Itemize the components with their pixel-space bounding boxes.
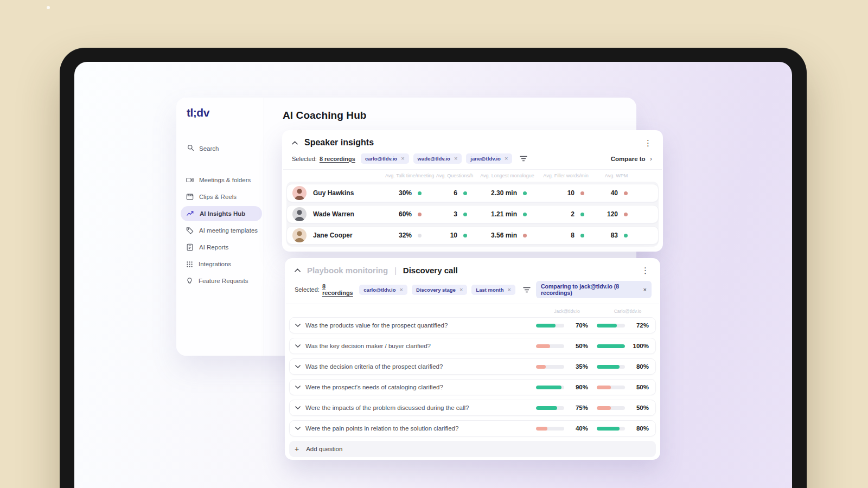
carlo-result: 80% xyxy=(597,363,649,370)
question-row[interactable]: Was the products value for the prospect … xyxy=(289,317,656,333)
metric-status-dot xyxy=(523,234,527,237)
chevron-down-icon[interactable] xyxy=(295,365,301,368)
question-row[interactable]: Were the impacts of the problem discusse… xyxy=(289,400,656,416)
metric-cell: 32% xyxy=(386,232,432,239)
filter-chip[interactable]: Discovery stage × xyxy=(412,285,467,295)
remove-chip-icon[interactable]: × xyxy=(508,287,511,293)
percent-value: 72% xyxy=(625,322,649,329)
percent-value: 80% xyxy=(625,363,649,370)
jack-result: 35% xyxy=(536,363,588,370)
progress-bar xyxy=(597,427,625,431)
progress-bar xyxy=(536,344,564,348)
progress-bar xyxy=(536,406,564,410)
remove-chip-icon[interactable]: × xyxy=(401,156,404,162)
background-speck xyxy=(47,6,50,9)
percent-value: 50% xyxy=(564,343,588,349)
metric-status-dot xyxy=(624,213,628,216)
sidebar-item-clips-reels[interactable]: Clips & Reels xyxy=(181,189,262,204)
speaker-row[interactable]: Wade Warren 60% 3 1.21 min 2 120 xyxy=(286,205,659,223)
close-icon[interactable]: × xyxy=(643,287,647,293)
sidebar-nav: Meetings & folders Clips & Reels AI Insi… xyxy=(181,172,262,288)
column-header: Avg. Talk time/meeting xyxy=(385,173,432,178)
filter-chip[interactable]: wade@tldv.io × xyxy=(413,153,462,164)
sidebar-item-ai-meeting-templates[interactable]: AI meeting templates xyxy=(181,223,262,238)
sidebar-item-feature-requests[interactable]: Feature Requests xyxy=(181,273,262,288)
speaker-row[interactable]: Guy Hawkins 30% 6 2.30 min 10 40 xyxy=(286,184,659,202)
search-button[interactable]: Search xyxy=(187,144,219,152)
remove-chip-icon[interactable]: × xyxy=(505,156,508,162)
column-header: Avg. Filler words/min xyxy=(537,173,595,178)
metric-status-dot xyxy=(624,234,628,237)
chevron-down-icon[interactable] xyxy=(295,344,301,348)
collapse-icon[interactable] xyxy=(295,268,301,272)
compare-to-button[interactable]: Compare to › xyxy=(611,155,654,163)
laptop-screen: tl;dv Search Meetings & folders Clips & … xyxy=(74,62,792,488)
sidebar-item-meetings-folders[interactable]: Meetings & folders xyxy=(181,172,262,188)
metric-cell: 60% xyxy=(386,210,432,218)
plus-icon: + xyxy=(295,445,299,453)
comparison-column-labels: Jack@tldv.io Carlo@tldv.io xyxy=(285,304,660,315)
metric-cell: 8 xyxy=(538,232,595,239)
percent-value: 50% xyxy=(625,404,649,411)
question-list: Was the products value for the prospect … xyxy=(289,317,656,436)
question-text: Was the decision criteria of the prospec… xyxy=(305,363,536,370)
chevron-down-icon[interactable] xyxy=(295,427,301,430)
kebab-menu-icon[interactable]: ⋮ xyxy=(639,266,652,274)
add-question-button[interactable]: + Add question xyxy=(289,441,656,457)
collapse-icon[interactable] xyxy=(292,141,298,145)
jack-result: 40% xyxy=(536,425,588,432)
filter-icon[interactable] xyxy=(523,287,531,293)
metric-cell: 2 xyxy=(538,210,595,218)
metric-status-dot xyxy=(463,234,467,237)
chevron-down-icon[interactable] xyxy=(295,406,301,409)
metric-cell: 2.30 min xyxy=(478,189,538,197)
metric-cell: 40 xyxy=(595,189,639,197)
title-separator: | xyxy=(394,266,397,275)
percent-value: 35% xyxy=(564,363,588,370)
filter-chip[interactable]: jane@tldv.io × xyxy=(466,153,512,164)
metric-value: 2 xyxy=(571,210,575,218)
question-row[interactable]: Were the prospect's needs of cataloging … xyxy=(289,379,656,395)
metric-cell: 1.21 min xyxy=(478,210,538,218)
column-label: Carlo@tldv.io xyxy=(602,309,654,314)
chevron-down-icon[interactable] xyxy=(295,324,301,327)
tldv-logo: tl;dv xyxy=(187,106,209,119)
question-row[interactable]: Was the decision criteria of the prospec… xyxy=(289,358,656,375)
kebab-menu-icon[interactable]: ⋮ xyxy=(642,139,654,147)
column-header: Avg. Questions/h xyxy=(432,173,477,178)
speaker-row[interactable]: Jane Cooper 32% 10 3.56 min 8 83 xyxy=(286,226,659,245)
question-text: Were the pain points in relation to the … xyxy=(305,425,536,432)
metric-status-dot xyxy=(418,191,422,195)
percent-value: 100% xyxy=(625,343,649,349)
sidebar-item-integrations[interactable]: Integrations xyxy=(181,256,262,272)
marketing-canvas: tl;dv Search Meetings & folders Clips & … xyxy=(0,0,868,488)
metric-cell: 6 xyxy=(432,189,478,197)
metric-cell: 3 xyxy=(432,210,478,218)
question-text: Were the impacts of the problem discusse… xyxy=(305,404,536,411)
progress-bar xyxy=(536,365,564,369)
comparing-badge[interactable]: Comparing to jack@tldv.io (8 recordings)… xyxy=(536,281,652,298)
selected-recordings-link[interactable]: 8 recordings xyxy=(322,283,354,296)
remove-chip-icon[interactable]: × xyxy=(454,156,457,162)
metric-value: 10 xyxy=(567,189,575,197)
metric-status-dot xyxy=(580,191,584,195)
filter-icon[interactable] xyxy=(520,156,527,162)
progress-bar xyxy=(597,365,625,369)
selected-recordings-link[interactable]: 8 recordings xyxy=(320,156,355,162)
remove-chip-icon[interactable]: × xyxy=(459,287,463,293)
avatar xyxy=(292,228,307,242)
sidebar-item-ai-reports[interactable]: AI Reports xyxy=(181,240,262,255)
clapperboard-icon xyxy=(186,193,194,201)
remove-chip-icon[interactable]: × xyxy=(400,287,403,293)
filter-chip[interactable]: Last month × xyxy=(471,285,515,295)
question-row[interactable]: Was the key decision maker / buyer clari… xyxy=(289,338,656,354)
chevron-down-icon[interactable] xyxy=(295,386,301,389)
filter-chip[interactable]: carlo@tldv.io × xyxy=(359,285,407,295)
metric-value: 10 xyxy=(450,232,457,239)
sidebar: tl;dv Search Meetings & folders Clips & … xyxy=(176,98,264,356)
sidebar-item-ai-insights-hub[interactable]: AI Insights Hub xyxy=(181,206,262,221)
filter-chip[interactable]: carlo@tldv.io × xyxy=(361,153,409,164)
panel-title-muted: Playbook monitoring xyxy=(307,266,388,275)
progress-bar xyxy=(597,386,625,389)
question-row[interactable]: Were the pain points in relation to the … xyxy=(289,420,656,436)
